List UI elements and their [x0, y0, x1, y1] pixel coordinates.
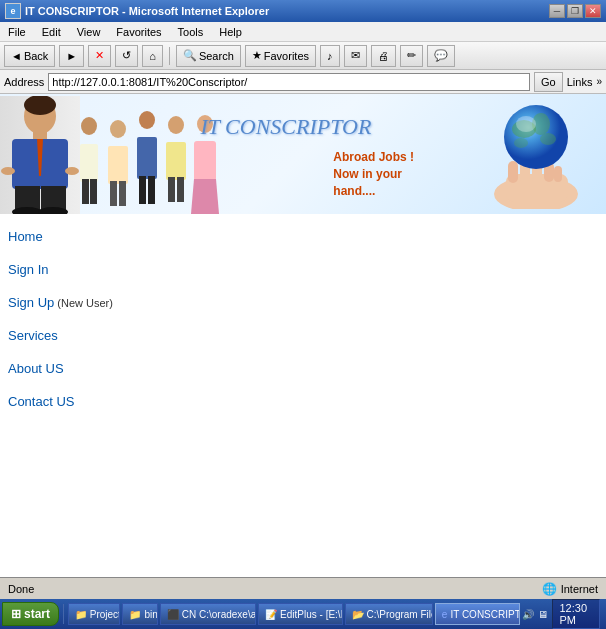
window-title: IT CONSCRIPTOR - Microsoft Internet Expl…: [25, 5, 269, 17]
taskbar-btn-editplus[interactable]: 📝 EditPlus - [E:\Pr...: [258, 603, 343, 625]
media-icon: ♪: [327, 50, 333, 62]
taskbar-separator: [63, 604, 64, 624]
close-button[interactable]: ✕: [585, 4, 601, 18]
print-icon: 🖨: [378, 50, 389, 62]
banner: IT CONSCRIPTOR Abroad Jobs ! Now in your…: [0, 94, 606, 214]
refresh-icon: ↺: [122, 49, 131, 62]
taskbar-btn-ie[interactable]: e IT CONSCRIPTO...: [435, 603, 521, 625]
taskbar-btn-bin[interactable]: 📁 bin: [122, 603, 157, 625]
mail-button[interactable]: ✉: [344, 45, 367, 67]
svg-rect-2: [33, 131, 47, 139]
title-bar: e IT CONSCRIPTOR - Microsoft Internet Ex…: [0, 0, 606, 22]
svg-point-23: [168, 116, 184, 134]
stop-icon: ✕: [95, 49, 104, 62]
svg-rect-12: [80, 144, 98, 182]
print-button[interactable]: 🖨: [371, 45, 396, 67]
links-arrow-icon: »: [596, 76, 602, 87]
tagline-line1: Abroad Jobs !: [333, 149, 414, 166]
edit-page-button[interactable]: ✏: [400, 45, 423, 67]
taskbar-right: 🔊 🖥 12:30 PM: [522, 599, 604, 629]
forward-button[interactable]: ►: [59, 45, 84, 67]
menu-tools[interactable]: Tools: [174, 25, 208, 39]
windows-logo-icon: ⊞: [11, 607, 21, 621]
svg-marker-29: [191, 179, 219, 214]
person-3: [133, 109, 161, 214]
title-bar-left: e IT CONSCRIPTOR - Microsoft Internet Ex…: [5, 3, 269, 19]
svg-point-11: [81, 117, 97, 135]
title-bar-buttons: ─ ❐ ✕: [549, 4, 601, 18]
address-label: Address: [4, 76, 44, 88]
star-icon: ★: [252, 49, 262, 62]
go-button[interactable]: Go: [534, 72, 563, 92]
taskbar: ⊞ start 📁 Projects 📁 bin ⬛ CN C:\oradexe…: [0, 599, 606, 629]
home-button[interactable]: ⌂: [142, 45, 163, 67]
folder2-icon: 📁: [129, 609, 141, 620]
status-bar: Done 🌐 Internet: [0, 577, 606, 599]
svg-point-19: [139, 111, 155, 129]
nav-links: Home Sign In Sign Up (New User) Services…: [0, 214, 606, 442]
start-button[interactable]: ⊞ start: [2, 602, 59, 626]
svg-rect-21: [139, 176, 146, 204]
minimize-button[interactable]: ─: [549, 4, 565, 18]
taskbar-btn-oracle[interactable]: ⬛ CN C:\oradexe\app...: [160, 603, 256, 625]
restore-button[interactable]: ❐: [567, 4, 583, 18]
nav-about[interactable]: About US: [8, 361, 598, 376]
search-button[interactable]: 🔍 Search: [176, 45, 241, 67]
nav-home[interactable]: Home: [8, 229, 598, 244]
nav-services[interactable]: Services: [8, 328, 598, 343]
browser-content: IT CONSCRIPTOR Abroad Jobs ! Now in your…: [0, 94, 606, 577]
nav-signup[interactable]: Sign Up (New User): [8, 295, 598, 310]
discuss-button[interactable]: 💬: [427, 45, 455, 67]
menu-file[interactable]: File: [4, 25, 30, 39]
toolbar-separator-1: [169, 47, 170, 65]
tagline-line3: hand....: [333, 183, 414, 200]
status-right: 🌐 Internet: [542, 582, 598, 596]
edit-icon: ✏: [407, 49, 416, 62]
menu-favorites[interactable]: Favorites: [112, 25, 165, 39]
forward-icon: ►: [66, 50, 77, 62]
svg-rect-22: [148, 176, 155, 204]
svg-rect-17: [110, 181, 117, 206]
editor-icon: 📝: [265, 609, 277, 620]
toolbar: ◄ Back ► ✕ ↺ ⌂ 🔍 Search ★ Favorites ♪ ✉: [0, 42, 606, 70]
main-person: [0, 96, 80, 214]
favorites-button[interactable]: ★ Favorites: [245, 45, 316, 67]
ie-icon: e: [5, 3, 21, 19]
menu-bar: File Edit View Favorites Tools Help: [0, 22, 606, 42]
nav-contact[interactable]: Contact US: [8, 394, 598, 409]
media-button[interactable]: ♪: [320, 45, 340, 67]
search-label: Search: [199, 50, 234, 62]
menu-help[interactable]: Help: [215, 25, 246, 39]
menu-edit[interactable]: Edit: [38, 25, 65, 39]
svg-rect-20: [137, 137, 157, 179]
status-zone: Internet: [561, 583, 598, 595]
ie2-icon: e: [442, 609, 448, 620]
svg-point-15: [110, 120, 126, 138]
mail-icon: ✉: [351, 49, 360, 62]
svg-rect-18: [119, 181, 126, 206]
back-button[interactable]: ◄ Back: [4, 45, 55, 67]
files-icon: 📂: [352, 609, 364, 620]
svg-rect-13: [82, 179, 89, 204]
svg-rect-14: [90, 179, 97, 204]
clock: 12:30 PM: [552, 599, 600, 629]
globe-hand-svg: [486, 99, 586, 209]
refresh-button[interactable]: ↺: [115, 45, 138, 67]
console-icon: ⬛: [167, 609, 179, 620]
person-4: [162, 114, 190, 214]
webpage: IT CONSCRIPTOR Abroad Jobs ! Now in your…: [0, 94, 606, 577]
banner-people-group: [75, 109, 219, 214]
main-person-figure: [0, 96, 80, 214]
svg-point-40: [540, 133, 556, 145]
stop-button[interactable]: ✕: [88, 45, 111, 67]
taskbar-btn-files[interactable]: 📂 C:\Program Files...: [345, 603, 433, 625]
nav-signup-note: (New User): [54, 297, 113, 309]
nav-signin[interactable]: Sign In: [8, 262, 598, 277]
back-label: Back: [24, 50, 48, 62]
menu-view[interactable]: View: [73, 25, 105, 39]
internet-icon: 🌐: [542, 582, 557, 596]
banner-tagline: Abroad Jobs ! Now in your hand....: [333, 149, 414, 199]
svg-rect-28: [194, 141, 216, 181]
address-input[interactable]: [48, 73, 530, 91]
taskbar-btn-projects[interactable]: 📁 Projects: [68, 603, 121, 625]
